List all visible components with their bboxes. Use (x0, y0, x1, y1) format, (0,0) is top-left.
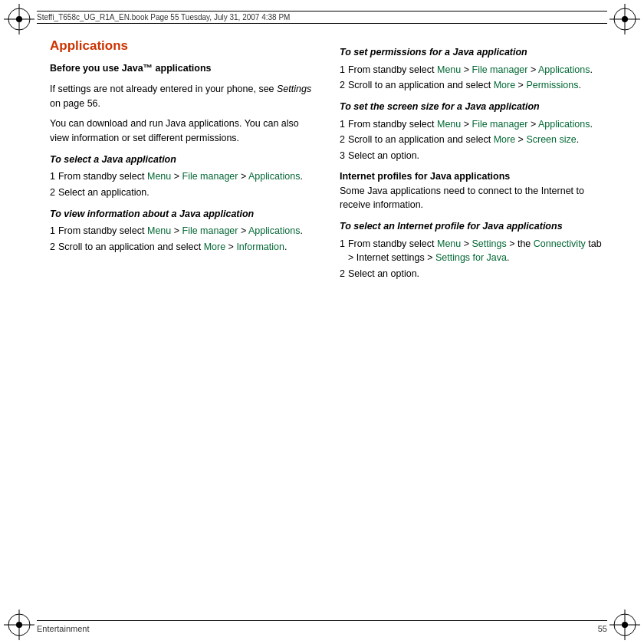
right-step-1-2: 2 Scroll to an application and select Mo… (340, 78, 606, 93)
steps-2: 1 From standby select Menu > File manage… (50, 224, 317, 255)
intro-line1: Before you use Java™ applications (50, 61, 317, 76)
sub-heading-2: To view information about a Java applica… (50, 208, 317, 222)
corner-mark-tr (610, 4, 640, 34)
header-bar: Steffi_T658c_UG_R1A_EN.book Page 55 Tues… (37, 11, 607, 24)
corner-mark-tl (4, 4, 34, 34)
svg-point-3 (16, 16, 22, 22)
right-steps-2: 1 From standby select Menu > File manage… (340, 117, 606, 163)
svg-point-7 (622, 16, 628, 22)
step-2-2: 2 Scroll to an application and select Mo… (50, 240, 317, 255)
intro-line2: If settings are not already entered in y… (50, 82, 317, 111)
right-step-2-3: 3 Select an option. (340, 149, 606, 163)
intro-line3: You can download and run Java applicatio… (50, 117, 317, 146)
right-column: To set permissions for a Java applicatio… (340, 38, 606, 602)
main-content: Applications Before you use Java™ applic… (50, 38, 606, 602)
right-sub-heading-3: To select an Internet profile for Java a… (340, 220, 606, 234)
internet-profiles-text: Some Java applications need to connect t… (340, 184, 606, 213)
right-step-1-1: 1 From standby select Menu > File manage… (340, 63, 606, 77)
corner-mark-br (610, 610, 640, 640)
step-1-1: 1 From standby select Menu > File manage… (50, 169, 317, 184)
step-1-2: 2 Select an application. (50, 186, 317, 200)
corner-mark-bl (4, 610, 34, 640)
svg-point-15 (622, 622, 628, 628)
right-sub-heading-2: To set the screen size for a Java applic… (340, 100, 606, 114)
header-text: Steffi_T658c_UG_R1A_EN.book Page 55 Tues… (37, 13, 290, 21)
right-sub-heading-1: To set permissions for a Java applicatio… (340, 46, 606, 60)
right-steps-3: 1 From standby select Menu > Settings > … (340, 237, 606, 281)
footer-page: 55 (598, 624, 607, 633)
steps-1: 1 From standby select Menu > File manage… (50, 169, 317, 200)
footer-bar: Entertainment 55 (37, 620, 607, 633)
right-step-2-1: 1 From standby select Menu > File manage… (340, 117, 606, 132)
footer-section: Entertainment (37, 624, 89, 633)
section-title: Applications (50, 38, 317, 54)
right-step-2-2: 2 Scroll to an application and select Mo… (340, 133, 606, 147)
internet-profiles-heading: Internet profiles for Java applications (340, 169, 606, 184)
right-step-3-2: 2 Select an option. (340, 267, 606, 281)
left-column: Applications Before you use Java™ applic… (50, 38, 317, 602)
right-steps-1: 1 From standby select Menu > File manage… (340, 63, 606, 94)
right-step-3-1: 1 From standby select Menu > Settings > … (340, 237, 606, 266)
svg-point-11 (16, 622, 22, 628)
step-2-1: 1 From standby select Menu > File manage… (50, 224, 317, 238)
sub-heading-1: To select a Java application (50, 153, 317, 167)
